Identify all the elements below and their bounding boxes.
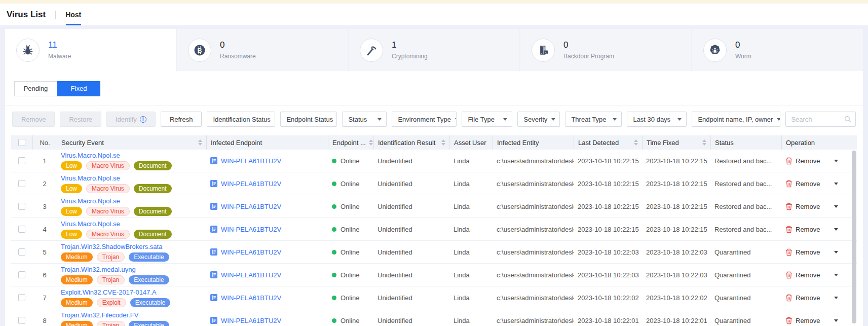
remove-button[interactable]: Remove bbox=[796, 180, 820, 188]
filter-dropdown-endpoint-status[interactable]: Endpoint Status bbox=[280, 112, 337, 127]
tab-host[interactable]: Host bbox=[65, 4, 81, 25]
column-label: Infected Endpoint bbox=[211, 139, 262, 147]
column-header-infected-endpoint: Infected Endpoint bbox=[206, 135, 328, 150]
row-checkbox[interactable] bbox=[18, 157, 25, 164]
column-header-asset-user: Asset User bbox=[449, 135, 493, 150]
stat-card-worm[interactable]: 0 Worm bbox=[692, 29, 863, 71]
row-checkbox[interactable] bbox=[18, 180, 25, 187]
row-number: 7 bbox=[32, 294, 57, 302]
more-actions-caret[interactable] bbox=[834, 251, 838, 253]
more-actions-caret[interactable] bbox=[834, 297, 838, 299]
filter-dropdown-environment-type[interactable]: Environment Type bbox=[392, 112, 457, 127]
filter-dropdown-severity[interactable]: Severity bbox=[517, 112, 560, 127]
stat-card-ransomware[interactable]: B 0 Ransomware bbox=[177, 29, 348, 71]
sort-icon[interactable] bbox=[699, 139, 706, 146]
filter-dropdown-threat-type[interactable]: Threat Type bbox=[565, 112, 622, 127]
stat-card-backdoor[interactable]: >_ 0 Backdoor Program bbox=[520, 29, 691, 71]
file-type-tag: Document bbox=[134, 184, 172, 193]
infected-endpoint-link[interactable]: WIN-PELA61BTU2V bbox=[221, 271, 281, 279]
filter-dropdown-status[interactable]: Status bbox=[342, 112, 387, 127]
identification-result: Unidentified bbox=[373, 157, 449, 165]
select-all-checkbox[interactable] bbox=[18, 139, 25, 146]
stat-value-cryptomining: 1 bbox=[392, 40, 428, 50]
infected-endpoint-link[interactable]: WIN-PELA61BTU2V bbox=[221, 157, 281, 165]
remove-button[interactable]: Remove bbox=[796, 248, 820, 256]
sort-icon[interactable] bbox=[195, 139, 202, 146]
endpoint-icon bbox=[210, 157, 217, 164]
filter-dropdown-file-type[interactable]: File Type bbox=[462, 112, 512, 127]
severity-tag: Medium bbox=[61, 321, 93, 326]
more-actions-caret[interactable] bbox=[834, 160, 838, 162]
more-actions-caret[interactable] bbox=[834, 228, 838, 231]
restore-button[interactable]: Restore bbox=[60, 112, 101, 127]
endpoint-status-text: Online bbox=[341, 226, 360, 233]
infected-endpoint-link[interactable]: WIN-PELA61BTU2V bbox=[221, 248, 281, 256]
security-event-link[interactable]: Trojan.Win32.Filecoder.FV bbox=[61, 311, 202, 319]
security-event-link[interactable]: Virus.Macro.Npol.se bbox=[61, 174, 202, 182]
stat-card-malware[interactable]: 11 Malware bbox=[5, 29, 176, 71]
asset-user: Linda bbox=[449, 226, 493, 233]
fixed-button[interactable]: Fixed bbox=[57, 81, 100, 96]
security-event-link[interactable]: Virus.Macro.Npol.se bbox=[61, 152, 202, 159]
stat-card-cryptomining[interactable]: 1 Cryptomining bbox=[349, 29, 519, 71]
time-fixed: 2023-10-18 10:22:01 bbox=[642, 317, 710, 324]
sort-icon[interactable] bbox=[631, 139, 638, 146]
bitcoin-icon: B bbox=[188, 39, 211, 62]
security-event-link[interactable]: Trojan.Win32.ShadowBrokers.sata bbox=[61, 243, 202, 250]
infected-endpoint-link[interactable]: WIN-PELA61BTU2V bbox=[221, 203, 281, 210]
identify-button[interactable]: Identifyi bbox=[106, 112, 156, 127]
row-checkbox[interactable] bbox=[18, 226, 25, 233]
file-type-tag: Executable bbox=[129, 275, 169, 284]
row-checkbox[interactable] bbox=[18, 203, 25, 210]
remove-button[interactable]: Remove bbox=[796, 226, 820, 233]
file-type-tag: Executable bbox=[129, 321, 169, 326]
sort-icon[interactable] bbox=[438, 139, 445, 146]
infected-endpoint-link[interactable]: WIN-PELA61BTU2V bbox=[221, 180, 281, 188]
infected-entity-path: c:\users\administrator\desktop\ba... bbox=[493, 180, 574, 188]
security-event-link[interactable]: Exploit.Win32.CVE-2017-0147.A bbox=[61, 288, 202, 296]
vertical-scrollbar[interactable] bbox=[852, 151, 856, 323]
file-type-tag: Document bbox=[134, 161, 172, 170]
table-row: 6 Trojan.Win32.medal.uyng Medium Trojan … bbox=[11, 264, 857, 286]
remove-button[interactable]: Remove bbox=[796, 157, 820, 165]
infected-endpoint-link[interactable]: WIN-PELA61BTU2V bbox=[221, 226, 281, 233]
row-checkbox[interactable] bbox=[18, 271, 25, 278]
severity-tag: Medium bbox=[61, 275, 93, 284]
row-number: 8 bbox=[32, 317, 57, 324]
pending-button[interactable]: Pending bbox=[14, 81, 57, 96]
infected-endpoint-link[interactable]: WIN-PELA61BTU2V bbox=[221, 294, 281, 302]
trash-icon bbox=[785, 248, 792, 256]
filter-dropdown-endpoint-name-ip-owner[interactable]: Endpoint name, IP, owner bbox=[692, 112, 780, 127]
row-checkbox[interactable] bbox=[18, 294, 25, 301]
trash-icon bbox=[785, 317, 792, 324]
security-event-link[interactable]: Virus.Macro.Npol.se bbox=[61, 220, 202, 228]
table-header: No.Security EventInfected EndpointEndpoi… bbox=[11, 135, 857, 150]
row-checkbox[interactable] bbox=[18, 317, 25, 324]
filter-dropdown-last-30-days[interactable]: Last 30 days bbox=[627, 112, 687, 127]
filter-dropdown-identification-status[interactable]: Identification Status bbox=[207, 112, 275, 127]
more-actions-caret[interactable] bbox=[834, 205, 838, 208]
security-event-link[interactable]: Trojan.Win32.medal.uyng bbox=[61, 266, 202, 273]
search-input[interactable] bbox=[791, 116, 841, 123]
more-actions-caret[interactable] bbox=[834, 274, 838, 276]
remove-button[interactable]: Remove bbox=[796, 317, 820, 324]
remove-button[interactable]: Remove bbox=[796, 203, 820, 210]
stat-value-backdoor: 0 bbox=[563, 40, 614, 50]
infected-endpoint-link[interactable]: WIN-PELA61BTU2V bbox=[221, 317, 281, 324]
table-row: 7 Exploit.Win32.CVE-2017-0147.A Medium E… bbox=[11, 286, 857, 309]
more-actions-caret[interactable] bbox=[834, 319, 838, 322]
refresh-button[interactable]: Refresh bbox=[161, 112, 202, 127]
remove-button[interactable]: Remove bbox=[796, 271, 820, 279]
fix-status: Quarantined bbox=[710, 271, 781, 279]
sort-icon[interactable] bbox=[366, 139, 373, 146]
row-checkbox[interactable] bbox=[18, 248, 25, 256]
remove-button[interactable]: Remove bbox=[796, 294, 820, 302]
asset-user: Linda bbox=[449, 203, 493, 210]
remove-button-toolbar[interactable]: Remove bbox=[12, 112, 55, 127]
fix-status: Quarantined bbox=[710, 294, 781, 302]
more-actions-caret[interactable] bbox=[834, 183, 838, 185]
severity-tag: Low bbox=[61, 161, 82, 170]
row-number: 5 bbox=[32, 248, 57, 256]
security-event-link[interactable]: Virus.Macro.Npol.se bbox=[61, 197, 202, 205]
asset-user: Linda bbox=[449, 248, 493, 256]
